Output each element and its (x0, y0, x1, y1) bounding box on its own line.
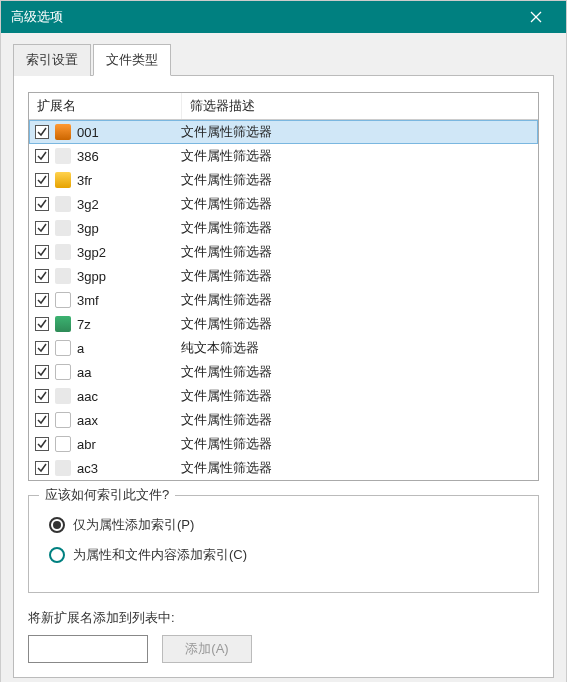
checkbox[interactable] (35, 437, 49, 451)
extension-cell: 386 (77, 149, 181, 164)
checkbox[interactable] (35, 341, 49, 355)
tab-index-settings[interactable]: 索引设置 (13, 44, 91, 76)
add-extension-label: 将新扩展名添加到列表中: (28, 609, 539, 627)
description-cell: 文件属性筛选器 (181, 411, 532, 429)
file-type-icon (55, 124, 71, 140)
description-cell: 文件属性筛选器 (181, 195, 532, 213)
column-header-extension[interactable]: 扩展名 (29, 93, 181, 119)
titlebar: 高级选项 (1, 1, 566, 33)
description-cell: 文件属性筛选器 (181, 459, 532, 477)
description-cell: 文件属性筛选器 (181, 147, 532, 165)
checkbox[interactable] (35, 317, 49, 331)
table-row[interactable]: 3mf文件属性筛选器 (29, 288, 538, 312)
add-extension-section: 将新扩展名添加到列表中: 添加(A) (28, 609, 539, 663)
description-cell: 文件属性筛选器 (181, 387, 532, 405)
list-header: 扩展名 筛选器描述 (29, 93, 538, 120)
table-row[interactable]: 3fr文件属性筛选器 (29, 168, 538, 192)
extension-cell: aac (77, 389, 181, 404)
extension-cell: 3g2 (77, 197, 181, 212)
extension-cell: 001 (77, 125, 181, 140)
file-type-icon (55, 268, 71, 284)
table-row[interactable]: 3gpp文件属性筛选器 (29, 264, 538, 288)
column-header-description[interactable]: 筛选器描述 (181, 93, 520, 119)
table-row[interactable]: 7z文件属性筛选器 (29, 312, 538, 336)
table-row[interactable]: a纯文本筛选器 (29, 336, 538, 360)
checkbox[interactable] (35, 149, 49, 163)
table-row[interactable]: 386文件属性筛选器 (29, 144, 538, 168)
file-type-icon (55, 148, 71, 164)
close-button[interactable] (516, 1, 556, 33)
content-area: 索引设置文件类型 扩展名 筛选器描述 001文件属性筛选器386文件属性筛选器3… (1, 33, 566, 682)
index-mode-group: 应该如何索引此文件? 仅为属性添加索引(P)为属性和文件内容添加索引(C) (28, 495, 539, 593)
description-cell: 文件属性筛选器 (181, 435, 532, 453)
radio-properties-and-content[interactable]: 为属性和文件内容添加索引(C) (49, 546, 524, 564)
checkbox[interactable] (35, 245, 49, 259)
radio-icon (49, 517, 65, 533)
extension-cell: 7z (77, 317, 181, 332)
description-cell: 文件属性筛选器 (181, 363, 532, 381)
table-row[interactable]: aac文件属性筛选器 (29, 384, 538, 408)
radio-properties-only[interactable]: 仅为属性添加索引(P) (49, 516, 524, 534)
checkbox[interactable] (35, 293, 49, 307)
table-row[interactable]: aax文件属性筛选器 (29, 408, 538, 432)
checkbox[interactable] (35, 197, 49, 211)
file-type-icon (55, 460, 71, 476)
file-type-icon (55, 436, 71, 452)
list-body[interactable]: 001文件属性筛选器386文件属性筛选器3fr文件属性筛选器3g2文件属性筛选器… (29, 120, 538, 480)
extension-cell: 3gp2 (77, 245, 181, 260)
file-type-icon (55, 220, 71, 236)
add-button[interactable]: 添加(A) (162, 635, 252, 663)
file-type-icon (55, 316, 71, 332)
description-cell: 文件属性筛选器 (181, 123, 532, 141)
extension-cell: abr (77, 437, 181, 452)
checkbox[interactable] (35, 461, 49, 475)
extension-cell: 3gpp (77, 269, 181, 284)
file-type-icon (55, 244, 71, 260)
checkbox[interactable] (35, 389, 49, 403)
tab-strip: 索引设置文件类型 (13, 43, 554, 76)
close-icon (530, 11, 542, 23)
extension-cell: aa (77, 365, 181, 380)
file-type-icon (55, 388, 71, 404)
table-row[interactable]: 3g2文件属性筛选器 (29, 192, 538, 216)
description-cell: 文件属性筛选器 (181, 219, 532, 237)
extension-cell: aax (77, 413, 181, 428)
table-row[interactable]: 3gp文件属性筛选器 (29, 216, 538, 240)
checkbox[interactable] (35, 221, 49, 235)
checkbox[interactable] (35, 365, 49, 379)
checkbox[interactable] (35, 173, 49, 187)
file-types-panel: 扩展名 筛选器描述 001文件属性筛选器386文件属性筛选器3fr文件属性筛选器… (13, 76, 554, 678)
advanced-options-window: 高级选项 索引设置文件类型 扩展名 筛选器描述 001文件属性筛选器386文件属… (0, 0, 567, 682)
file-type-icon (55, 292, 71, 308)
new-extension-input[interactable] (28, 635, 148, 663)
extension-cell: a (77, 341, 181, 356)
description-cell: 文件属性筛选器 (181, 243, 532, 261)
file-type-icon (55, 364, 71, 380)
extension-cell: ac3 (77, 461, 181, 476)
checkbox[interactable] (35, 269, 49, 283)
group-title: 应该如何索引此文件? (39, 486, 175, 504)
tab-file-types[interactable]: 文件类型 (93, 44, 171, 76)
extension-list: 扩展名 筛选器描述 001文件属性筛选器386文件属性筛选器3fr文件属性筛选器… (28, 92, 539, 481)
window-title: 高级选项 (11, 8, 516, 26)
table-row[interactable]: 3gp2文件属性筛选器 (29, 240, 538, 264)
checkbox[interactable] (35, 413, 49, 427)
description-cell: 纯文本筛选器 (181, 339, 532, 357)
description-cell: 文件属性筛选器 (181, 267, 532, 285)
description-cell: 文件属性筛选器 (181, 291, 532, 309)
file-type-icon (55, 412, 71, 428)
description-cell: 文件属性筛选器 (181, 171, 532, 189)
table-row[interactable]: 001文件属性筛选器 (29, 120, 538, 144)
radio-icon (49, 547, 65, 563)
radio-label: 仅为属性添加索引(P) (73, 516, 194, 534)
table-row[interactable]: abr文件属性筛选器 (29, 432, 538, 456)
description-cell: 文件属性筛选器 (181, 315, 532, 333)
table-row[interactable]: aa文件属性筛选器 (29, 360, 538, 384)
table-row[interactable]: ac3文件属性筛选器 (29, 456, 538, 480)
extension-cell: 3mf (77, 293, 181, 308)
extension-cell: 3gp (77, 221, 181, 236)
checkbox[interactable] (35, 125, 49, 139)
radio-label: 为属性和文件内容添加索引(C) (73, 546, 247, 564)
extension-cell: 3fr (77, 173, 181, 188)
file-type-icon (55, 172, 71, 188)
